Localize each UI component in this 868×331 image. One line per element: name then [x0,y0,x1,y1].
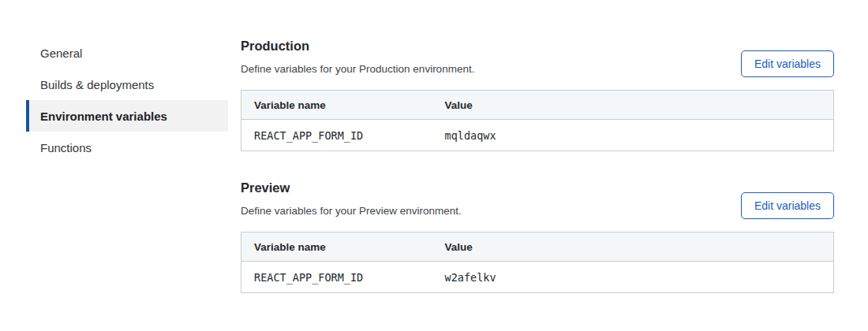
sidebar-item-general[interactable]: General [26,37,228,69]
column-header-variable-name: Variable name [241,91,432,120]
section-production: Production Define variables for your Pro… [241,39,834,151]
column-header-value: Value [432,232,834,262]
sidebar-item-label: Functions [40,141,92,154]
column-header-variable-name: Variable name [241,232,432,262]
production-variables-table: Variable name Value REACT_APP_FORM_ID mq… [241,90,834,151]
table-row: REACT_APP_FORM_ID w2afelkv [241,262,834,293]
edit-variables-button-production[interactable]: Edit variables [741,50,834,77]
table-header-row: Variable name Value [241,91,834,120]
settings-sidebar: General Builds & deployments Environment… [26,37,228,163]
variable-name-cell: REACT_APP_FORM_ID [241,262,432,293]
sidebar-item-functions[interactable]: Functions [26,132,228,163]
table-header-row: Variable name Value [241,232,834,262]
sidebar-item-label: Environment variables [40,110,167,123]
environment-variables-panel: Production Define variables for your Pro… [241,0,834,293]
table-row: REACT_APP_FORM_ID mqldaqwx [241,120,834,151]
variable-value-cell: mqldaqwx [432,120,834,151]
column-header-value: Value [432,91,834,120]
section-preview: Preview Define variables for your Previe… [241,180,834,293]
sidebar-item-environment-variables[interactable]: Environment variables [26,100,228,132]
sidebar-item-builds-deployments[interactable]: Builds & deployments [26,69,228,100]
sidebar-item-label: Builds & deployments [40,78,154,91]
edit-variables-button-preview[interactable]: Edit variables [741,192,834,219]
variable-name-cell: REACT_APP_FORM_ID [241,120,432,151]
preview-variables-table: Variable name Value REACT_APP_FORM_ID w2… [241,232,834,293]
sidebar-item-label: General [40,46,82,60]
variable-value-cell: w2afelkv [432,262,834,293]
